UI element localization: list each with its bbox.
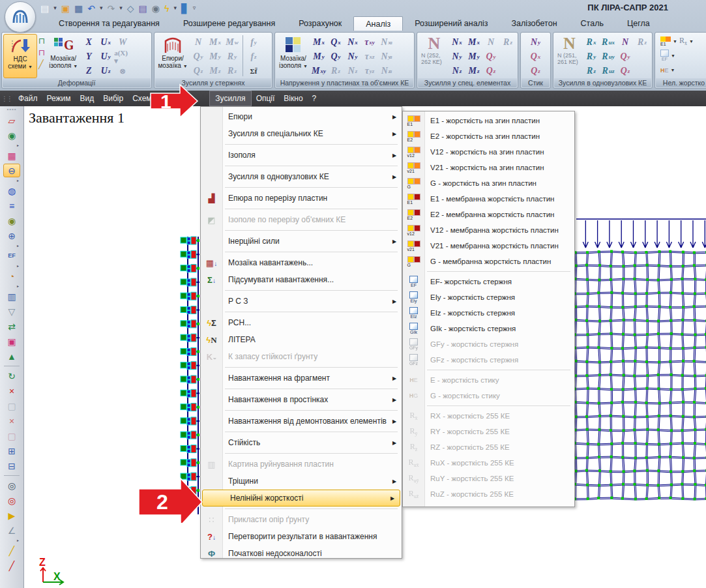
toolbar-expand-arrow[interactable]: ▸	[3, 538, 20, 543]
empty-icon[interactable]: ▢	[3, 399, 20, 413]
pink-frame-icon[interactable]: ▣	[3, 334, 20, 348]
e1-stiffness-icon[interactable]: E1	[660, 37, 671, 46]
menu-item-зусилля-в-одновузлових-ке[interactable]: Зусилля в одновузлових КЕ▶	[201, 168, 402, 185]
ribbon-letter[interactable]: Qx	[527, 50, 544, 63]
ribbon-letter[interactable]: Nx	[449, 36, 465, 49]
submenu-item-g[interactable]: GG - жорсткість на згин пластин	[403, 175, 574, 191]
ribbon-letter[interactable]: Rz	[499, 36, 516, 49]
refresh-icon[interactable]: ↻	[3, 369, 20, 383]
submenu-item-v12[interactable]: v12V12 - жорсткість на згин пластин	[403, 144, 574, 160]
ribbon-letter[interactable]: Qy	[327, 50, 344, 63]
book-icon[interactable]: ▤	[139, 4, 147, 13]
flash-dropdown-icon[interactable]: ▾	[173, 5, 177, 11]
ribbon-letter[interactable]: Qy	[617, 50, 634, 63]
save-icon[interactable]: ▦	[74, 4, 83, 13]
ribbon-letter[interactable]: fz	[245, 50, 262, 63]
ribbon-letter[interactable]: Qx	[327, 36, 344, 49]
submenu-item-rx[interactable]: Rx̄RX - жорсткість 255 КЕ	[403, 408, 574, 424]
flash-icon[interactable]: ϟ	[164, 4, 169, 13]
ribbon-letter[interactable]: W	[114, 36, 131, 49]
ribbon-letter[interactable]: Z	[80, 65, 97, 78]
open-icon[interactable]: ▣	[61, 4, 70, 13]
he-stiffness-icon[interactable]: HE	[660, 67, 669, 74]
ribbon-letter[interactable]: ⊗	[114, 65, 131, 78]
delete-icon[interactable]: ×	[3, 384, 20, 398]
ribbon-letter[interactable]: Mxy	[310, 65, 327, 78]
funnel-icon[interactable]: ▽	[3, 304, 20, 318]
ribbon-letter[interactable]: X	[80, 36, 97, 49]
ribbon-letter[interactable]: Rz	[224, 65, 241, 78]
submenu-item-rz[interactable]: Rz̄RZ - жорсткість 255 КЕ	[403, 439, 574, 455]
nds-schemes-button[interactable]: НДС схеми ▼	[3, 34, 37, 78]
onenode-n-button[interactable]: N N (251, 261 КЕ)	[555, 34, 583, 65]
vbars-icon[interactable]: ◍	[3, 184, 20, 198]
menu-item-навантаження-на-фрагмент[interactable]: Навантаження на фрагмент▶	[201, 370, 402, 387]
delete2-icon[interactable]: ×	[3, 414, 20, 428]
frame-icon[interactable]: ▦	[3, 149, 20, 162]
ribbon-letter[interactable]: Σf̄	[245, 65, 262, 78]
ribbon-letter[interactable]: fy	[245, 36, 262, 49]
undo-dropdown-icon[interactable]: ▾	[100, 5, 103, 11]
menu-item-епюра-по-перерізу-пластин[interactable]: ▟Епюра по перерізу пластин	[201, 190, 402, 207]
ribbon-tab[interactable]: Розширений аналіз	[403, 16, 499, 31]
ribbon-letter[interactable]: My	[310, 50, 327, 63]
ribbon-letter[interactable]: Nza	[378, 65, 395, 78]
ribbon-letter[interactable]: a(X) ▾	[114, 50, 131, 63]
toolbar-expand-arrow[interactable]: ▸	[3, 178, 20, 183]
pie-icon[interactable]: ◔	[3, 269, 20, 283]
spec-n-button[interactable]: N N (252, 262 КЕ)	[419, 34, 449, 65]
ribbon-tab[interactable]: Розширене редагування	[171, 16, 287, 31]
ribbon-letter[interactable]: τxy	[361, 36, 378, 49]
submenu-item-ruy[interactable]: RuȳRuY - жорсткість 255 КЕ	[403, 471, 574, 486]
menu-item-нелінійні-жорсткості[interactable]: Нелінійні жорсткості▶	[202, 490, 400, 507]
new-dropdown-icon[interactable]: ▾	[53, 5, 57, 11]
net-icon[interactable]: ⊕	[3, 229, 20, 243]
chart-icon[interactable]: ▥	[3, 289, 20, 303]
submenu-item-eiz[interactable]: EIzEIz - жорсткість стержня	[403, 305, 574, 321]
submenu-item-gfy[interactable]: GFyGFy - жорсткість стержня	[403, 336, 574, 352]
mosaic-isopoly-stress-button[interactable]: Мозаїка/ ізополя ▼	[276, 34, 310, 78]
submenu-item-e[interactable]: HEE - жорсткість стику	[403, 372, 574, 388]
submenu-item-g[interactable]: GG - мембранна жорсткість пластин	[403, 254, 574, 269]
ribbon-letter[interactable]: τyz	[361, 65, 378, 78]
hbars-icon[interactable]: ≡	[3, 199, 20, 213]
menu-item-к-запасу-стійкості-ґрунту[interactable]: K◒К запасу стійкості ґрунту	[201, 348, 402, 365]
ribbon-letter[interactable]: Nz	[344, 65, 361, 78]
ribbon-letter[interactable]: Ux	[97, 36, 114, 49]
menu-item-зусилля-в-спеціальних-ке[interactable]: Зусилля в спеціальних КЕ▶	[201, 125, 402, 142]
menubar-item-Опції[interactable]: Опції	[252, 91, 280, 106]
pencil-ruler-icon[interactable]: ╱	[38, 59, 45, 69]
frame-pink-icon[interactable]: ⊓	[38, 48, 45, 57]
ribbon-letter[interactable]: Mx	[465, 36, 482, 49]
olive-orb-icon[interactable]: ◉	[3, 214, 20, 228]
ribbon-letter[interactable]: Qz	[482, 65, 499, 78]
redo-icon[interactable]: ↷	[108, 4, 115, 13]
ribbon-letter[interactable]: N	[617, 36, 634, 49]
ribbon-letter[interactable]: Ny	[527, 36, 544, 49]
menu-item-перетворити-результати-в-навантаження[interactable]: ?↓Перетворити результати в навантаження	[201, 528, 402, 545]
ribbon-letter[interactable]: My	[465, 50, 482, 63]
submenu-item-e1[interactable]: E1E1 - жорсткість на згин пластин	[403, 113, 574, 128]
submenu-item-rux[interactable]: Rux̄RuX - жорсткість 255 КЕ	[403, 455, 574, 471]
ribbon-letter[interactable]: Rux	[600, 36, 617, 49]
toolbar-expand-arrow[interactable]: ▸	[3, 143, 20, 148]
ribbon-letter[interactable]: Uz	[97, 65, 114, 78]
ribbon-letter[interactable]: Rx	[583, 36, 600, 49]
ribbon-letter[interactable]: Mx	[207, 36, 224, 49]
submenu-item-v21[interactable]: v21V21 - мембранна жорсткість пластин	[403, 238, 574, 254]
submenu-item-e2[interactable]: E2E2 - жорсткість на згин пластин	[403, 128, 574, 144]
ribbon-letter[interactable]: Ry	[224, 50, 241, 63]
ribbon-letter[interactable]: Ry	[583, 50, 600, 63]
submenu-item-v12[interactable]: v12V12 - мембранна жорсткість пластин	[403, 222, 574, 238]
menu-item-стійкість[interactable]: Стійкість▶	[201, 434, 402, 451]
rx-stiffness-icon[interactable]: Rx̄	[679, 36, 687, 46]
brush-icon[interactable]: ▲	[3, 349, 20, 363]
undo-icon[interactable]: ↶	[87, 4, 95, 13]
ribbon-letter[interactable]: Qy	[190, 50, 207, 63]
ef-icon[interactable]: EF	[3, 249, 20, 263]
submenu-item-gik[interactable]: GIkGIk - жорсткість стержня	[403, 321, 574, 336]
submenu-item-g[interactable]: HGG - жорсткість стику	[403, 388, 574, 404]
ribbon-letter[interactable]: Rz	[327, 65, 344, 78]
submenu-item-eiy[interactable]: EIyEIy - жорсткість стержня	[403, 289, 574, 305]
frame2-icon[interactable]: ▢	[3, 429, 20, 443]
